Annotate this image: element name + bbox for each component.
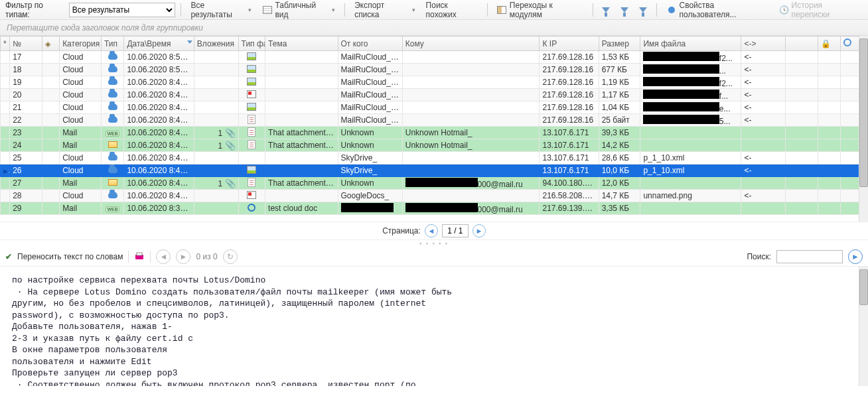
- cell-datetime: 10.06.2020 8:59:05: [124, 64, 194, 76]
- pager-next-button[interactable]: ►: [472, 224, 486, 237]
- col-lock[interactable]: 🔒: [818, 36, 840, 51]
- table-row[interactable]: 21Cloud10.06.2020 8:47:55MailRuCloud_te.…: [1, 101, 868, 114]
- cell-datetime: 10.06.2020 8:46:47: [124, 152, 194, 164]
- table-row[interactable]: 28Cloud10.06.2020 8:46:30GoogleDocs_216.…: [1, 190, 868, 202]
- cell-size: 14,7 КБ: [599, 190, 640, 202]
- cell-dir: <-: [741, 76, 786, 89]
- table-row[interactable]: 17Cloud10.06.2020 8:59:05MailRuCloud_te.…: [1, 51, 868, 64]
- cell-to: [402, 164, 540, 177]
- col-filetype[interactable]: Тип фа: [238, 36, 265, 51]
- preview-prev-button[interactable]: ◄: [156, 249, 171, 264]
- cell-category: Cloud: [60, 152, 102, 164]
- mail-icon: [108, 141, 117, 148]
- cell-filename: 5...: [640, 114, 741, 127]
- table-row[interactable]: 27Mail10.06.2020 8:46:401 📎That attachme…: [1, 177, 868, 190]
- preview-next-button[interactable]: ►: [176, 249, 190, 264]
- table-row[interactable]: 23MailWEB10.06.2020 8:46:471 📎That attac…: [1, 127, 868, 139]
- check-icon: ✔: [5, 252, 12, 261]
- pager-input[interactable]: [442, 224, 469, 237]
- cell-to: [402, 76, 540, 89]
- cell-attach: [194, 64, 238, 76]
- col-to[interactable]: Кому: [402, 36, 540, 51]
- splitter[interactable]: ▪ ▪ ▪ ▪ ▪: [0, 240, 868, 247]
- grid-header[interactable]: * № ◈ Категория Тип Дата\Время Вложения …: [1, 36, 868, 51]
- cell-filename: [640, 202, 741, 215]
- table-view-button[interactable]: Табличный вид: [258, 0, 339, 21]
- cell-subject: That attachment c...: [265, 177, 338, 190]
- col-category[interactable]: Категория: [60, 36, 102, 51]
- wrap-text-button[interactable]: Переносить текст по словам: [17, 252, 123, 261]
- filter-type-select[interactable]: Все результаты: [69, 3, 176, 17]
- table-row[interactable]: 20Cloud10.06.2020 8:47:55MailRuCloud_te.…: [1, 89, 868, 101]
- col-number[interactable]: №: [10, 36, 42, 51]
- cell-datetime: 10.06.2020 8:47:55: [124, 76, 194, 89]
- all-results-button[interactable]: Все результаты: [186, 0, 255, 21]
- table-row[interactable]: 29MailWEB10.06.2020 8:39:57test cloud do…: [1, 202, 868, 215]
- cell-size: 25 байт: [599, 114, 640, 127]
- col-filename[interactable]: Имя файла: [640, 36, 741, 51]
- find-similar-button[interactable]: Поиск похожих: [422, 0, 482, 21]
- search-go-button[interactable]: ►: [848, 249, 863, 264]
- group-by-bar[interactable]: Перетащите сюда заголовок поля для групп…: [0, 20, 868, 36]
- table-row[interactable]: 22Cloud10.06.2020 8:47:01MailRuCloud_te.…: [1, 114, 868, 127]
- cell-size: 3,35 КБ: [599, 202, 640, 215]
- table-row[interactable]: 25Cloud10.06.2020 8:46:47SkyDrive_13.107…: [1, 152, 868, 164]
- cloud-icon: [108, 103, 117, 110]
- table-row[interactable]: ▶26Cloud10.06.2020 8:46:47SkyDrive_13.10…: [1, 164, 868, 177]
- export-list-button[interactable]: Экспорт списка: [350, 0, 419, 21]
- picture-icon: [247, 191, 256, 199]
- funnel-remove-button[interactable]: [616, 6, 632, 14]
- message-preview[interactable]: по настройке сервиса перехвата почты Lot…: [0, 267, 868, 386]
- preview-scrollbar[interactable]: [859, 267, 868, 386]
- search-input[interactable]: [776, 250, 843, 263]
- cell-attach: [194, 190, 238, 202]
- col-size[interactable]: Размер: [599, 36, 640, 51]
- filter-label: Фильтр по типам:: [5, 1, 66, 19]
- col-blank[interactable]: [786, 36, 818, 51]
- col-attachments[interactable]: Вложения: [194, 36, 238, 51]
- clock-icon: 🕓: [778, 5, 788, 15]
- table-row[interactable]: 24Mail10.06.2020 8:46:471 📎That attachme…: [1, 139, 868, 152]
- cell-to: 000@mail.ru: [402, 202, 540, 215]
- cell-attach: [194, 202, 238, 215]
- user-properties-button[interactable]: Свойства пользователя...: [662, 0, 772, 21]
- col-ip[interactable]: К IP: [540, 36, 599, 51]
- preview-refresh-button[interactable]: ↻: [223, 249, 238, 264]
- col-from[interactable]: От кого: [338, 36, 402, 51]
- col-tag[interactable]: ◈: [42, 36, 59, 51]
- grid-scrollbar[interactable]: [859, 36, 868, 222]
- cell-category: Cloud: [60, 64, 102, 76]
- lock-icon: 🔒: [821, 39, 831, 48]
- col-subject[interactable]: Тема: [265, 36, 338, 51]
- results-grid[interactable]: * № ◈ Категория Тип Дата\Время Вложения …: [0, 36, 868, 222]
- cell-filename: unnamed.png: [640, 190, 741, 202]
- cloud-icon: [108, 66, 117, 72]
- cell-from: SkyDrive_: [338, 164, 402, 177]
- cell-subject: [265, 64, 338, 76]
- cell-attach: [194, 114, 238, 127]
- cell-from: MailRuCloud_te...: [338, 114, 402, 127]
- cell-dir: [741, 177, 786, 190]
- col-star[interactable]: *: [1, 36, 10, 51]
- tag-icon: ◈: [45, 40, 50, 48]
- col-direction[interactable]: <->: [741, 36, 786, 51]
- print-button[interactable]: [134, 252, 145, 261]
- table-row[interactable]: 18Cloud10.06.2020 8:59:05MailRuCloud_te.…: [1, 64, 868, 76]
- go-to-modules-button[interactable]: Переходы к модулям: [493, 0, 587, 21]
- col-datetime[interactable]: Дата\Время: [124, 36, 194, 51]
- cell-filename: f2...: [640, 76, 741, 89]
- cell-number: 29: [10, 202, 42, 215]
- funnel-clear-button[interactable]: [635, 6, 651, 14]
- pager-prev-button[interactable]: ◄: [425, 224, 438, 237]
- col-type[interactable]: Тип: [101, 36, 123, 51]
- person-icon: [843, 38, 851, 46]
- funnel-add-button[interactable]: [598, 6, 614, 14]
- cell-dir: <-: [741, 51, 786, 64]
- cell-to: Unknown Hotmail_: [402, 127, 540, 139]
- cell-from: MailRuCloud_te...: [338, 64, 402, 76]
- cell-datetime: 10.06.2020 8:46:30: [124, 190, 194, 202]
- cloud-icon: [108, 166, 117, 173]
- cell-category: Cloud: [60, 190, 102, 202]
- cell-category: Cloud: [60, 51, 102, 64]
- table-row[interactable]: 19Cloud10.06.2020 8:47:55MailRuCloud_te.…: [1, 76, 868, 89]
